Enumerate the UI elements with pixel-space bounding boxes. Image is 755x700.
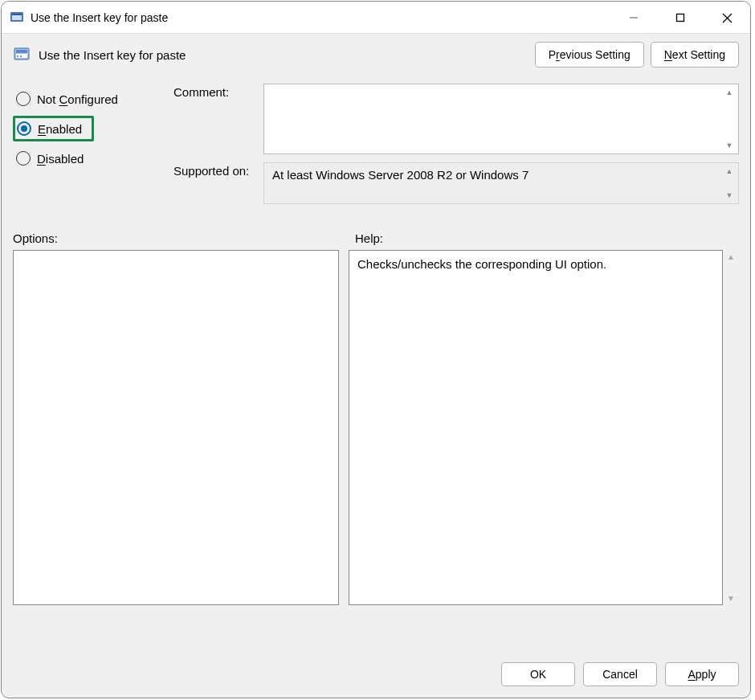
comment-textarea[interactable]: ▲ ▼ bbox=[263, 84, 739, 154]
panel-labels: Options: Help: bbox=[2, 219, 750, 250]
apply-button[interactable]: Apply bbox=[665, 662, 739, 686]
radio-label: Not Configured bbox=[37, 92, 118, 106]
comment-row: Comment: ▲ ▼ bbox=[173, 84, 739, 154]
svg-rect-2 bbox=[12, 14, 22, 15]
scroll-up-icon: ▲ bbox=[724, 166, 735, 177]
policy-icon bbox=[13, 46, 31, 63]
radio-label: Disabled bbox=[37, 152, 84, 166]
supported-row: Supported on: At least Windows Server 20… bbox=[173, 162, 739, 204]
minimize-button[interactable] bbox=[610, 2, 657, 34]
cancel-button[interactable]: Cancel bbox=[583, 662, 657, 686]
svg-rect-4 bbox=[677, 14, 684, 22]
dialog-buttons: OK Cancel Apply bbox=[2, 656, 750, 698]
previous-setting-button[interactable]: Previous Setting bbox=[535, 42, 644, 68]
options-label: Options: bbox=[13, 231, 344, 245]
supported-on-text: At least Windows Server 2008 R2 or Windo… bbox=[263, 162, 739, 204]
policy-title: Use the Insert key for paste bbox=[39, 48, 186, 62]
window-title: Use the Insert key for paste bbox=[31, 11, 168, 24]
radio-icon bbox=[16, 151, 31, 166]
state-radio-group: Not Configured Enabled Disabled bbox=[13, 84, 173, 219]
scroll-up-icon[interactable]: ▲ bbox=[723, 252, 739, 261]
scroll-down-icon[interactable]: ▼ bbox=[723, 594, 739, 603]
radio-not-configured[interactable]: Not Configured bbox=[13, 87, 173, 111]
maximize-button[interactable] bbox=[657, 2, 704, 34]
comment-label: Comment: bbox=[173, 84, 254, 99]
next-setting-button[interactable]: Next Setting bbox=[651, 42, 739, 68]
radio-label: Enabled bbox=[38, 122, 82, 136]
radio-icon bbox=[16, 92, 31, 106]
header-row: Use the Insert key for paste Previous Se… bbox=[2, 34, 750, 72]
policy-dialog: Use the Insert key for paste Use bbox=[1, 1, 751, 698]
help-label: Help: bbox=[355, 231, 383, 245]
svg-point-11 bbox=[20, 55, 22, 57]
settings-area: Not Configured Enabled Disabled Comment:… bbox=[2, 72, 750, 219]
close-button[interactable] bbox=[704, 2, 750, 34]
radio-icon bbox=[17, 121, 31, 136]
ok-button[interactable]: OK bbox=[501, 662, 575, 686]
fields-column: Comment: ▲ ▼ Supported on: At least Wind… bbox=[173, 84, 739, 212]
svg-rect-9 bbox=[16, 50, 27, 53]
help-text: Checks/unchecks the corresponding UI opt… bbox=[357, 257, 606, 271]
panels-row: Checks/unchecks the corresponding UI opt… bbox=[2, 250, 750, 656]
title-bar: Use the Insert key for paste bbox=[2, 2, 750, 34]
options-panel[interactable] bbox=[13, 250, 339, 605]
radio-enabled[interactable]: Enabled bbox=[13, 116, 94, 141]
scroll-down-icon[interactable]: ▼ bbox=[724, 140, 735, 151]
app-icon bbox=[10, 10, 24, 25]
supported-label: Supported on: bbox=[173, 162, 254, 178]
svg-point-10 bbox=[17, 55, 18, 57]
help-panel: Checks/unchecks the corresponding UI opt… bbox=[349, 250, 723, 605]
scroll-down-icon: ▼ bbox=[724, 190, 735, 201]
scroll-up-icon[interactable]: ▲ bbox=[724, 87, 735, 98]
help-scrollbar[interactable]: ▲ ▼ bbox=[723, 250, 739, 605]
radio-disabled[interactable]: Disabled bbox=[13, 146, 173, 170]
window-controls bbox=[610, 2, 750, 33]
help-wrap: Checks/unchecks the corresponding UI opt… bbox=[349, 250, 739, 605]
